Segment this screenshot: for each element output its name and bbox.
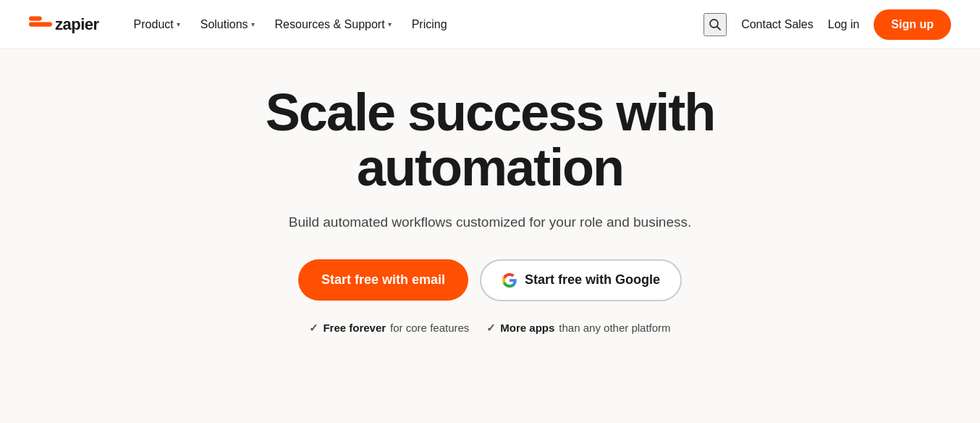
start-free-google-button[interactable]: Start free with Google: [480, 259, 682, 301]
start-free-email-button[interactable]: Start free with email: [298, 259, 468, 301]
google-logo-icon: [502, 272, 518, 288]
svg-line-3: [717, 26, 721, 30]
logo[interactable]: zapier: [29, 15, 99, 34]
nav-left: zapier Product ▾ Solutions ▾ Resources &…: [29, 12, 456, 37]
feature1-rest: for core features: [390, 322, 469, 334]
hero-title-line2: automation: [357, 138, 623, 196]
hero-title: Scale success with automation: [266, 85, 714, 195]
search-button[interactable]: [704, 13, 727, 36]
logo-text: zapier: [55, 15, 99, 34]
feature-more-apps: ✓ More apps than any other platform: [486, 322, 670, 335]
nav-pricing-label: Pricing: [412, 18, 447, 31]
nav-link-pricing[interactable]: Pricing: [403, 12, 456, 37]
hero-title-line1: Scale success with: [266, 83, 714, 141]
hero-section: Scale success with automation Build auto…: [0, 49, 980, 356]
nav-solutions-label: Solutions: [200, 18, 248, 31]
checkmark-icon: ✓: [309, 322, 318, 335]
cta-row: Start free with email Start free with Go…: [298, 259, 682, 301]
start-free-google-label: Start free with Google: [525, 272, 660, 288]
nav-product-label: Product: [134, 18, 174, 31]
contact-sales-link[interactable]: Contact Sales: [741, 18, 814, 31]
svg-rect-0: [29, 22, 52, 26]
zapier-logo-icon: [29, 16, 52, 33]
login-link[interactable]: Log in: [828, 18, 860, 31]
nav-resources-label: Resources & Support: [275, 18, 385, 31]
search-icon: [708, 17, 722, 32]
svg-rect-1: [29, 16, 42, 20]
chevron-down-icon: ▾: [251, 20, 255, 28]
feature-free-forever: ✓ Free forever for core features: [309, 322, 469, 335]
feature2-bold: More apps: [500, 322, 554, 334]
nav-links: Product ▾ Solutions ▾ Resources & Suppor…: [125, 12, 456, 37]
navbar: zapier Product ▾ Solutions ▾ Resources &…: [0, 0, 980, 49]
nav-link-resources[interactable]: Resources & Support ▾: [266, 12, 400, 37]
feature2-rest: than any other platform: [559, 322, 670, 334]
hero-subtitle: Build automated workflows customized for…: [289, 212, 692, 233]
nav-link-solutions[interactable]: Solutions ▾: [192, 12, 263, 37]
features-row: ✓ Free forever for core features ✓ More …: [309, 322, 670, 335]
chevron-down-icon: ▾: [388, 20, 392, 28]
chevron-down-icon: ▾: [177, 20, 180, 28]
nav-right: Contact Sales Log in Sign up: [704, 9, 951, 40]
nav-link-product[interactable]: Product ▾: [125, 12, 189, 37]
signup-button[interactable]: Sign up: [874, 9, 951, 40]
checkmark-icon: ✓: [486, 322, 496, 335]
feature1-bold: Free forever: [323, 322, 386, 334]
